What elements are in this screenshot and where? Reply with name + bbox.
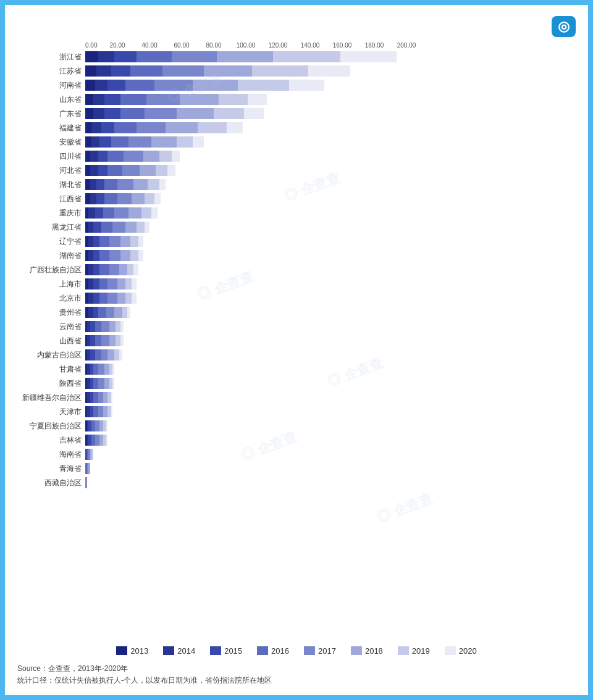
seg-year-2017 (137, 122, 166, 133)
seg-year-2015 (111, 65, 130, 77)
seg-year-2013 (85, 165, 90, 176)
seg-year-2016 (99, 236, 109, 247)
bar-segments (85, 278, 137, 290)
seg-year-2017 (114, 207, 128, 219)
seg-year-2014 (90, 193, 96, 204)
seg-year-2020 (151, 207, 158, 219)
legend-label-2015: 2015 (224, 646, 242, 656)
seg-year-2013 (85, 122, 91, 133)
seg-year-2014 (88, 293, 93, 304)
bar-segments (85, 307, 130, 318)
seg-year-2020 (138, 250, 143, 261)
seg-year-2016 (99, 264, 109, 275)
seg-year-2019 (125, 278, 132, 290)
seg-year-2020 (127, 307, 130, 318)
bar-segments (85, 122, 243, 133)
seg-year-2018 (143, 151, 159, 162)
bar-label: 河南省 (17, 81, 85, 90)
bar-label: 青海省 (17, 464, 85, 473)
seg-year-2014 (91, 136, 99, 148)
seg-year-2017 (95, 420, 100, 431)
bar-row: 贵州省 (17, 306, 576, 319)
seg-year-2016 (107, 151, 124, 162)
seg-year-2017 (109, 250, 120, 261)
legend-label-2020: 2020 (459, 646, 477, 656)
seg-year-2020 (106, 420, 108, 431)
bar-label: 上海市 (17, 280, 85, 289)
bar-label: 江西省 (17, 194, 85, 204)
seg-year-2015 (114, 51, 137, 62)
legend-label-2013: 2013 (130, 646, 148, 656)
legend-color-2018 (351, 646, 362, 655)
seg-year-2017 (98, 406, 103, 417)
bar-label: 江苏省 (17, 67, 85, 76)
bar-row: 海南省 (17, 448, 576, 461)
seg-year-2013 (85, 193, 90, 204)
seg-year-2020 (133, 264, 138, 275)
bar-label: 黑龙江省 (17, 223, 85, 232)
bar-row: 新疆维吾尔自治区 (17, 391, 576, 404)
seg-year-2016 (93, 392, 98, 403)
bar-row: 安徽省 (17, 135, 576, 149)
bar-segments (85, 449, 93, 460)
seg-year-2019 (159, 151, 172, 162)
logo-icon: ◎ (558, 19, 570, 35)
seg-year-2014 (95, 80, 108, 91)
seg-year-2019 (116, 321, 120, 332)
bar-segments (85, 94, 267, 105)
bar-label: 宁夏回族自治区 (17, 422, 85, 431)
seg-year-2018 (104, 364, 109, 375)
bar-row: 河北省 (17, 164, 576, 177)
bar-label: 陕西省 (17, 379, 85, 388)
logo-box: ◎ (552, 16, 576, 37)
seg-year-2018 (125, 222, 137, 233)
seg-year-2020 (132, 293, 137, 304)
x-tick-6: 120.00 (262, 42, 294, 49)
seg-year-2020 (172, 151, 180, 162)
seg-year-2018 (217, 51, 273, 62)
seg-year-2015 (93, 222, 101, 233)
bar-row: 重庆市 (17, 206, 576, 220)
bar-label: 贵州省 (17, 308, 85, 317)
legend-label-2014: 2014 (177, 646, 195, 656)
x-tick-1: 20.00 (101, 42, 133, 49)
seg-year-2015 (104, 94, 120, 105)
seg-year-2019 (114, 349, 119, 360)
seg-year-2017 (85, 477, 87, 488)
seg-year-2017 (98, 378, 104, 389)
seg-year-2014 (91, 122, 101, 133)
bar-row: 河南省 (17, 78, 576, 92)
legend-item-2020: 2020 (445, 646, 477, 656)
seg-year-2014 (88, 222, 93, 233)
bar-label: 吉林省 (17, 436, 85, 445)
seg-year-2020 (340, 51, 397, 62)
seg-year-2018 (114, 307, 122, 318)
seg-year-2015 (90, 349, 95, 360)
seg-year-2019 (156, 165, 167, 176)
seg-year-2015 (93, 307, 98, 318)
bar-label: 海南省 (17, 450, 85, 459)
legend-label-2016: 2016 (271, 646, 289, 656)
bar-label: 云南省 (17, 322, 85, 331)
seg-year-2017 (145, 108, 177, 119)
seg-year-2013 (85, 151, 90, 162)
seg-year-2018 (119, 264, 127, 275)
seg-year-2018 (151, 136, 177, 148)
seg-year-2017 (146, 94, 180, 105)
bar-row: 福建省 (17, 121, 576, 135)
bar-row: 山西省 (17, 334, 576, 348)
seg-year-2013 (85, 65, 96, 77)
bar-row: 山东省 (17, 93, 576, 106)
seg-year-2016 (120, 94, 146, 105)
x-axis: 0.0020.0040.0060.0080.00100.00120.00140.… (85, 42, 576, 49)
seg-year-2015 (104, 108, 120, 119)
bar-row: 江苏省 (17, 64, 576, 78)
seg-year-2019 (91, 449, 93, 460)
bar-label: 四川省 (17, 152, 85, 161)
seg-year-2017 (162, 65, 204, 77)
seg-year-2016 (120, 108, 145, 119)
seg-year-2020 (244, 108, 263, 119)
seg-year-2016 (99, 278, 107, 290)
x-tick-2: 40.00 (133, 42, 166, 49)
seg-year-2019 (219, 94, 248, 105)
